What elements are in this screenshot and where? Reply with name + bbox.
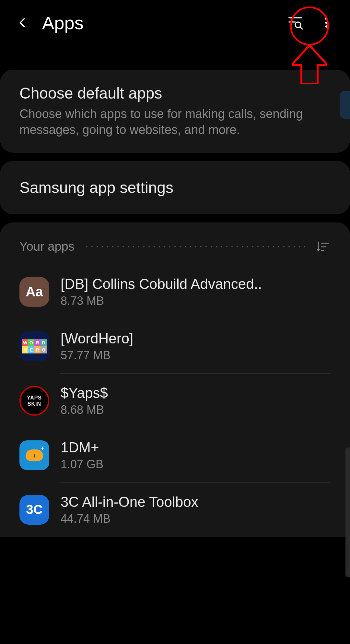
sort-icon [315, 240, 330, 254]
app-row[interactable]: + 1DM+ 1.07 GB [0, 428, 350, 483]
svg-point-4 [325, 18, 328, 20]
app-icon: + [19, 440, 49, 470]
header-actions [285, 12, 337, 33]
scroll-handle[interactable] [340, 91, 350, 119]
app-name: [DB] Collins Cobuild Advanced.. [61, 276, 331, 292]
app-name: 1DM+ [61, 439, 331, 456]
app-name: $Yaps$ [61, 385, 331, 401]
app-icon: 3C [19, 495, 49, 525]
choose-default-apps-title: Choose default apps [19, 84, 331, 102]
more-options-button[interactable] [316, 12, 337, 33]
svg-line-3 [300, 27, 302, 29]
app-icon: WORD HERO [19, 331, 49, 361]
your-apps-section: Your apps Aa [DB] Collins Cobuild Advanc… [0, 222, 350, 537]
app-size: 8.68 MB [61, 403, 331, 417]
sort-button[interactable] [314, 239, 331, 255]
app-size: 8.73 MB [61, 294, 331, 308]
app-row[interactable]: Aa [DB] Collins Cobuild Advanced.. 8.73 … [0, 265, 350, 319]
back-button[interactable] [13, 13, 32, 32]
choose-default-apps-desc: Choose which apps to use for making call… [19, 106, 331, 138]
chevron-left-icon [17, 17, 29, 29]
header: Apps [0, 0, 350, 45]
app-row[interactable]: 3C 3C All-in-One Toolbox 44.74 MB [0, 483, 350, 537]
svg-point-6 [325, 25, 328, 28]
app-size: 1.07 GB [61, 458, 331, 471]
search-list-icon [287, 14, 304, 31]
app-row[interactable]: WORD HERO [WordHero] 57.77 MB [0, 319, 350, 374]
page-title: Apps [42, 12, 285, 33]
app-icon: Aa [19, 277, 49, 307]
more-vertical-icon [320, 16, 333, 29]
divider-dots [84, 246, 305, 248]
app-row[interactable]: YAPSSKIN $Yaps$ 8.68 MB [0, 374, 350, 428]
app-name: 3C All-in-One Toolbox [61, 494, 331, 510]
your-apps-label: Your apps [19, 240, 75, 254]
choose-default-apps-item[interactable]: Choose default apps Choose which apps to… [0, 70, 350, 153]
your-apps-header: Your apps [0, 239, 350, 265]
app-icon: YAPSSKIN [19, 386, 49, 416]
samsung-app-settings-title: Samsung app settings [19, 179, 331, 197]
app-name: [WordHero] [61, 330, 331, 347]
app-size: 57.77 MB [61, 349, 331, 362]
app-size: 44.74 MB [61, 512, 331, 526]
samsung-app-settings-item[interactable]: Samsung app settings [0, 161, 350, 214]
svg-point-5 [325, 22, 328, 24]
search-list-button[interactable] [285, 12, 306, 33]
